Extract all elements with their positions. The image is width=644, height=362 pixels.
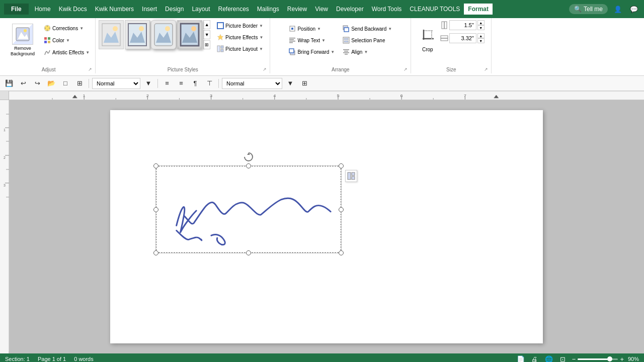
menu-kwik-numbers[interactable]: Kwik Numbers — [91, 4, 138, 15]
picture-layout-button[interactable]: Picture Layout ▼ — [213, 43, 267, 54]
rotate-handle[interactable] — [244, 152, 254, 162]
position-label: Position — [297, 26, 315, 32]
corrections-button[interactable]: Corrections ▼ — [41, 23, 92, 34]
send-backward-button[interactable]: Send Backward ▼ — [339, 23, 395, 34]
zoom-track[interactable] — [578, 358, 618, 360]
handle-top-left[interactable] — [153, 163, 158, 168]
height-down[interactable]: ▼ — [477, 25, 485, 30]
handle-middle-right[interactable] — [339, 207, 344, 212]
menu-insert[interactable]: Insert — [138, 4, 161, 15]
undo-button[interactable]: ↩ — [17, 78, 29, 89]
pic-style-2[interactable] — [125, 20, 150, 49]
color-button[interactable]: Color ▼ — [41, 35, 92, 46]
width-down[interactable]: ▼ — [477, 38, 485, 43]
height-input-row: ▲ ▼ — [440, 20, 485, 30]
zoom-plus-button[interactable]: + — [620, 355, 624, 363]
menu-developer[interactable]: Developer — [332, 4, 368, 15]
align-button[interactable]: Align ▼ — [339, 46, 395, 57]
crop-label: Crop — [422, 47, 433, 52]
comment-icon[interactable]: 💬 — [628, 4, 640, 15]
width-up[interactable]: ▲ — [477, 33, 485, 38]
save-button[interactable]: 💾 — [3, 78, 15, 89]
selected-image[interactable] — [155, 165, 342, 253]
remove-background-button[interactable]: RemoveBackground — [5, 20, 40, 60]
read-mode-button[interactable]: 📄 — [516, 355, 526, 362]
picture-styles-expand[interactable]: ↗ — [263, 67, 267, 72]
handle-bottom-center[interactable] — [246, 250, 251, 255]
position-arrow: ▼ — [317, 27, 321, 31]
print-layout-button[interactable]: 🖨 — [530, 355, 540, 362]
gallery-down-arrow[interactable]: ▼ — [203, 30, 210, 39]
menu-cleanup-tools[interactable]: CLEANUP TOOLS — [406, 4, 464, 15]
justify-center[interactable]: ≡ — [175, 78, 187, 89]
pic-style-4[interactable] — [177, 20, 202, 49]
send-backward-label: Send Backward — [351, 26, 386, 32]
selection-pane-icon — [343, 37, 350, 44]
menu-kwik-docs[interactable]: Kwik Docs — [55, 4, 91, 15]
handle-bottom-right[interactable] — [339, 250, 344, 255]
svg-text:1: 1 — [4, 128, 6, 132]
zoom-thumb[interactable] — [607, 356, 612, 361]
format-para[interactable]: ¶ — [189, 78, 201, 89]
menu-design[interactable]: Design — [161, 4, 188, 15]
zoom-minus-button[interactable]: − — [572, 355, 576, 363]
redo-button[interactable]: ↪ — [31, 78, 43, 89]
handle-bottom-left[interactable] — [153, 250, 158, 255]
svg-rect-31 — [344, 38, 348, 40]
style-expand-2[interactable]: ▼ — [284, 78, 296, 89]
menu-review[interactable]: Review — [283, 4, 311, 15]
style-select-1[interactable]: Normal — [92, 78, 140, 89]
show-hide[interactable]: ⊤ — [203, 78, 215, 89]
picture-border-button[interactable]: Picture Border ▼ — [213, 20, 267, 31]
style-select-2[interactable]: Normal — [222, 78, 282, 89]
adjust-label: Adjust ↗ — [5, 67, 92, 72]
position-button[interactable]: Position ▼ — [285, 23, 338, 34]
open-button[interactable]: 📂 — [45, 78, 57, 89]
new-button[interactable]: □ — [59, 78, 71, 89]
svg-rect-6 — [48, 41, 50, 43]
print-button[interactable]: ⊞ — [73, 78, 86, 89]
picture-styles-section: ▲ ▼ ⊞ Picture Border ▼ Picture Effects ▼ — [96, 18, 270, 73]
menu-mailings[interactable]: Mailings — [253, 4, 283, 15]
menu-layout[interactable]: Layout — [188, 4, 214, 15]
corrections-arrow: ▼ — [79, 26, 84, 31]
menu-home[interactable]: Home — [31, 4, 55, 15]
tell-me-button[interactable]: 🔍 Tell me — [569, 4, 608, 14]
selection-pane-button[interactable]: Selection Pane — [339, 35, 395, 46]
width-input[interactable] — [449, 33, 476, 43]
format-options[interactable]: ⊞ — [298, 78, 310, 89]
pic-style-3[interactable] — [151, 20, 176, 49]
height-input[interactable] — [449, 20, 476, 30]
height-up[interactable]: ▲ — [477, 20, 485, 25]
menu-format[interactable]: Format — [464, 4, 493, 15]
size-expand[interactable]: ↗ — [484, 67, 488, 72]
arrange-expand[interactable]: ↗ — [404, 67, 408, 72]
picture-effects-button[interactable]: Picture Effects ▼ — [213, 32, 267, 43]
user-icon[interactable]: 👤 — [612, 4, 624, 15]
justify-left[interactable]: ≡ — [161, 78, 173, 89]
pic-style-1[interactable] — [99, 20, 124, 49]
menu-word-tools[interactable]: Word Tools — [368, 4, 406, 15]
adjust-expand[interactable]: ↗ — [88, 67, 92, 72]
corrections-icon — [44, 25, 51, 32]
artistic-effects-button[interactable]: Artistic Effects ▼ — [41, 47, 92, 58]
handle-middle-left[interactable] — [153, 207, 158, 212]
gallery-up-arrow[interactable]: ▲ — [203, 20, 210, 29]
handle-top-right[interactable] — [339, 163, 344, 168]
svg-point-1 — [24, 29, 27, 32]
file-menu[interactable]: File — [4, 4, 29, 15]
web-layout-button[interactable]: 🌐 — [544, 355, 554, 362]
gallery-expand-arrow[interactable]: ⊞ — [203, 40, 210, 49]
toolbar-separator-3 — [218, 79, 219, 88]
handle-top-center[interactable] — [246, 163, 251, 168]
crop-button[interactable]: Crop — [418, 20, 437, 60]
menu-view[interactable]: View — [311, 4, 332, 15]
menu-references[interactable]: References — [214, 4, 253, 15]
bring-forward-button[interactable]: Bring Forward ▼ — [285, 46, 338, 57]
style-expand-1[interactable]: ▼ — [142, 78, 154, 89]
content-area: 1 2 3 — [0, 100, 644, 353]
wrap-text-button[interactable]: Wrap Text ▼ — [285, 35, 338, 46]
focus-mode-button[interactable]: ⊡ — [558, 355, 568, 362]
ruler-horizontal: 1 2 3 4 5 6 7 — [9, 91, 644, 100]
layout-options-button[interactable] — [345, 170, 357, 182]
